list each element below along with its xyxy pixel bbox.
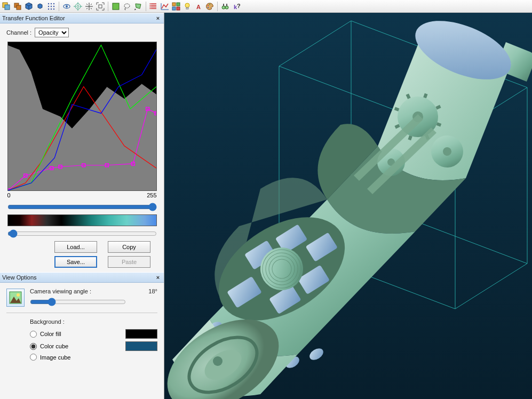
tf-graph[interactable]	[7, 42, 157, 191]
cube-blue-icon[interactable]	[23, 1, 34, 12]
svg-point-51	[208, 5, 209, 6]
axis-min-label: 0	[7, 192, 11, 198]
bg-fill-label: Color fill	[40, 331, 61, 337]
paste-button: Paste	[108, 256, 150, 268]
background-label: Background :	[30, 318, 157, 325]
channel-select[interactable]: Opacity	[35, 28, 69, 37]
camera-icon-button[interactable]	[6, 289, 25, 307]
bg-cube-label: Color cube	[40, 343, 68, 349]
tf-panel-header[interactable]: Transfer Function Editor ×	[0, 13, 164, 23]
side-panel: Transfer Function Editor × Channel : Opa…	[0, 13, 164, 399]
lightbulb-icon[interactable]	[182, 1, 193, 12]
svg-line-29	[91, 4, 92, 5]
chart-icon[interactable]	[160, 1, 170, 12]
copy-button[interactable]: Copy	[108, 241, 150, 253]
save-button[interactable]: Save...	[54, 256, 97, 268]
toolbar-separator	[108, 2, 108, 11]
bg-image-label: Image cube	[40, 354, 70, 361]
svg-rect-49	[186, 7, 188, 9]
svg-point-17	[53, 8, 54, 9]
main-toolbar: A k?	[0, 0, 532, 13]
toolbar-separator	[146, 2, 146, 11]
cube-small-icon[interactable]	[35, 1, 45, 12]
svg-rect-46	[172, 7, 176, 10]
svg-rect-57	[226, 4, 227, 6]
svg-point-12	[48, 5, 49, 6]
tf-panel-title: Transfer Function Editor	[2, 15, 65, 21]
lasso-icon[interactable]	[122, 1, 132, 12]
palette-tool-icon[interactable]	[204, 1, 215, 12]
tf-panel-body: Channel : Opacity 0 255 Load... Copy Sav…	[0, 23, 164, 272]
layers-icon[interactable]	[12, 1, 23, 12]
camera-angle-slider[interactable]	[30, 298, 126, 306]
svg-point-52	[209, 4, 210, 5]
svg-line-84	[437, 124, 441, 125]
svg-point-41	[150, 5, 151, 6]
eye-icon[interactable]	[61, 1, 72, 12]
target-icon[interactable]	[73, 1, 83, 12]
camera-angle-value: 18°	[148, 288, 157, 294]
bg-cube-radio[interactable]	[30, 343, 37, 350]
svg-point-10	[51, 3, 52, 4]
close-icon[interactable]: ×	[154, 14, 162, 22]
svg-point-11	[53, 3, 54, 4]
bg-fill-radio[interactable]	[30, 331, 37, 338]
range-min-slider[interactable]	[7, 229, 157, 238]
landscape-icon	[9, 291, 22, 304]
svg-rect-47	[177, 7, 180, 10]
close-icon[interactable]: ×	[154, 274, 162, 281]
range-max-slider[interactable]	[7, 203, 157, 211]
svg-marker-60	[8, 42, 156, 128]
svg-point-21	[77, 5, 79, 7]
vo-panel-title: View Options	[2, 274, 37, 281]
svg-line-85	[425, 94, 426, 98]
toolbar-separator	[59, 2, 59, 11]
svg-rect-45	[177, 3, 180, 6]
svg-text:?: ?	[237, 3, 241, 9]
vo-panel-header[interactable]: View Options ×	[0, 272, 164, 283]
bg-image-radio[interactable]	[30, 354, 37, 361]
svg-rect-44	[172, 3, 176, 6]
binoculars-icon[interactable]	[220, 1, 231, 12]
overlay-icon[interactable]	[1, 1, 12, 12]
svg-point-14	[53, 5, 54, 6]
svg-rect-32	[99, 5, 102, 8]
channel-label: Channel :	[6, 29, 31, 36]
viewport-3d[interactable]	[164, 13, 532, 399]
svg-rect-33	[113, 3, 119, 10]
bg-cube-swatch[interactable]	[125, 341, 157, 351]
draw-box-icon[interactable]	[110, 1, 121, 12]
svg-line-30	[86, 8, 88, 9]
crosshair-icon[interactable]	[84, 1, 94, 12]
gallery-icon[interactable]	[171, 1, 181, 12]
svg-point-20	[75, 4, 81, 9]
help-icon[interactable]: k?	[231, 1, 242, 12]
list-icon[interactable]	[148, 1, 159, 12]
svg-line-31	[91, 8, 92, 9]
svg-point-19	[66, 5, 68, 7]
svg-marker-8	[38, 4, 42, 9]
svg-rect-56	[223, 4, 224, 6]
svg-point-16	[51, 8, 52, 9]
svg-text:A: A	[196, 4, 201, 10]
svg-point-115	[213, 356, 223, 366]
svg-point-13	[51, 5, 52, 6]
svg-point-40	[150, 3, 151, 4]
text-a-icon[interactable]: A	[193, 1, 204, 12]
svg-rect-1	[5, 5, 10, 10]
svg-point-71	[17, 293, 20, 297]
svg-point-53	[208, 7, 209, 8]
svg-point-34	[124, 4, 130, 8]
poly-lasso-icon[interactable]	[133, 1, 144, 12]
camera-angle-label: Camera viewing angle :	[30, 288, 91, 294]
bg-fill-swatch[interactable]	[125, 329, 157, 339]
load-button[interactable]: Load...	[54, 241, 97, 253]
dotfield-icon[interactable]	[46, 1, 57, 12]
svg-rect-3	[17, 5, 21, 10]
vo-panel-body: Camera viewing angle : 18° Background : …	[0, 283, 164, 374]
svg-point-9	[48, 3, 49, 4]
toolbar-separator	[217, 2, 218, 11]
expand-icon[interactable]	[95, 1, 106, 12]
color-ramp[interactable]	[7, 214, 157, 226]
svg-marker-35	[136, 4, 141, 9]
